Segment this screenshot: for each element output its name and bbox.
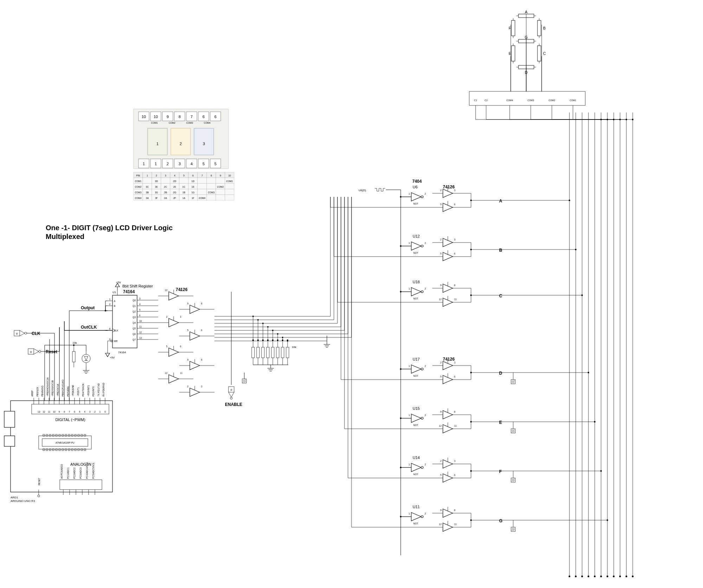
svg-text:6: 6 — [214, 115, 217, 119]
svg-text:12: 12 — [139, 331, 142, 334]
svg-point-675 — [400, 467, 401, 468]
svg-point-618 — [632, 119, 633, 120]
svg-text:9: 9 — [109, 338, 110, 341]
inv-part-label: 7404 — [412, 179, 422, 184]
svg-text:9: 9 — [187, 358, 188, 361]
svg-rect-160 — [4, 411, 15, 427]
clk-label: CLK — [32, 331, 40, 336]
svg-text:2: 2 — [187, 385, 188, 388]
svg-text:5: 5 — [440, 252, 441, 255]
svg-text:9: 9 — [187, 302, 188, 305]
svg-point-651 — [575, 249, 576, 250]
output-label: Output — [81, 305, 95, 310]
svg-text:8: 8 — [201, 358, 202, 361]
svg-text:2: 2 — [425, 463, 426, 466]
svg-text:ARD1: ARD1 — [11, 496, 18, 499]
segment-bus — [214, 197, 352, 342]
svg-point-267 — [82, 354, 90, 363]
svg-text:1B: 1B — [182, 191, 185, 194]
svg-text:12: 12 — [165, 372, 168, 374]
svg-text:1: 1 — [408, 242, 410, 244]
svg-text:~PD6/AIN0: ~PD6/AIN0 — [72, 385, 74, 396]
svg-text:U11: U11 — [413, 505, 420, 509]
svg-text:COM1: COM1 — [226, 180, 233, 182]
svg-text:5: 5 — [440, 375, 441, 378]
svg-text:COM3: COM3 — [528, 99, 534, 102]
gnd-enable — [242, 379, 246, 383]
svg-text:PB5/SCK: PB5/SCK — [36, 387, 39, 396]
svg-text:Q3: Q3 — [133, 316, 136, 319]
svg-text:2: 2 — [425, 287, 426, 290]
svg-text:0: 0 — [104, 411, 106, 413]
svg-text:1: 1 — [147, 174, 148, 177]
svg-text:8: 8 — [109, 328, 110, 330]
svg-text:COM4: COM4 — [204, 122, 211, 124]
svg-rect-139 — [225, 189, 234, 195]
segment-drivers: U6NOT12741262356AU12NOT122356BU18NOT1298… — [401, 185, 502, 531]
svg-point-477 — [470, 200, 472, 201]
svg-text:ARDUINO UNO R3: ARDUINO UNO R3 — [11, 499, 35, 503]
svg-text:NOT: NOT — [413, 522, 418, 525]
svg-text:9: 9 — [167, 115, 169, 119]
svg-rect-88 — [143, 178, 152, 183]
svg-text:5: 5 — [440, 474, 441, 476]
svg-text:RESET: RESET — [38, 478, 40, 485]
svg-text:ANALOG IN: ANALOG IN — [70, 462, 91, 466]
svg-text:7: 7 — [69, 411, 70, 413]
svg-text:3G: 3G — [155, 191, 158, 194]
svg-text:4: 4 — [174, 174, 175, 177]
svg-text:Q6: Q6 — [133, 333, 136, 336]
svg-text:1: 1 — [155, 162, 157, 166]
svg-text:2: 2 — [440, 460, 441, 462]
svg-text:2F: 2F — [173, 197, 176, 199]
svg-text:1: 1 — [99, 411, 101, 413]
svg-point-447 — [600, 576, 602, 577]
svg-point-457 — [632, 576, 634, 577]
svg-rect-157 — [216, 195, 225, 200]
svg-text:74126: 74126 — [443, 357, 455, 362]
svg-text:NOT: NOT — [413, 473, 418, 476]
svg-text:3: 3 — [454, 189, 456, 192]
svg-text:~PB3/MOSI/OC2A: ~PB3/MOSI/OC2A — [46, 377, 49, 396]
segment-rails — [569, 112, 634, 577]
svg-point-641 — [287, 340, 288, 341]
svg-point-455 — [626, 576, 627, 577]
svg-point-649 — [400, 245, 401, 247]
svg-text:1: 1 — [109, 298, 110, 301]
svg-text:3: 3 — [180, 316, 181, 318]
svg-text:2B: 2B — [164, 191, 167, 194]
svg-text:4: 4 — [191, 162, 193, 166]
svg-point-513 — [470, 295, 472, 296]
svg-point-663 — [588, 372, 589, 373]
svg-text:2: 2 — [440, 361, 441, 364]
svg-text:COM3: COM3 — [208, 191, 215, 194]
u8d-probe: U8(D) — [359, 188, 401, 192]
svg-text:3F: 3F — [155, 197, 158, 199]
svg-text:2: 2 — [425, 414, 426, 416]
svg-text:U8(D): U8(D) — [359, 189, 366, 192]
svg-text:5: 5 — [214, 162, 217, 166]
svg-text:13: 13 — [139, 337, 142, 339]
svg-text:11: 11 — [180, 372, 183, 374]
svg-text:1: 1 — [408, 287, 410, 290]
svg-text:2: 2 — [156, 174, 157, 177]
svg-text:COM4: COM4 — [199, 197, 206, 199]
clk-probe — [14, 330, 27, 336]
svg-rect-116 — [198, 183, 207, 189]
svg-text:A0 PC0/ADC0: A0 PC0/ADC0 — [60, 464, 63, 479]
svg-text:+5V: +5V — [116, 281, 121, 284]
svg-point-437 — [569, 576, 570, 577]
svg-text:C2: C2 — [485, 99, 488, 102]
svg-text:B: B — [499, 248, 502, 253]
resistor-pack — [252, 340, 289, 365]
svg-text:PC3/ADC3: PC3/ADC3 — [79, 467, 82, 479]
svg-text:PC4/ADC4/SDA: PC4/ADC4/SDA — [86, 462, 88, 479]
svg-text:2: 2 — [425, 512, 426, 515]
svg-text:PB0/ICP1/CLKO: PB0/ICP1/CLKO — [62, 380, 64, 396]
svg-point-638 — [272, 340, 273, 341]
svg-text:~PB2/SS/OC1B: ~PB2/SS/OC1B — [51, 380, 54, 396]
svg-text:COM1: COM1 — [135, 180, 142, 182]
svg-text:A: A — [525, 10, 528, 14]
svg-point-199 — [38, 495, 40, 497]
svg-text:3A: 3A — [146, 197, 149, 199]
